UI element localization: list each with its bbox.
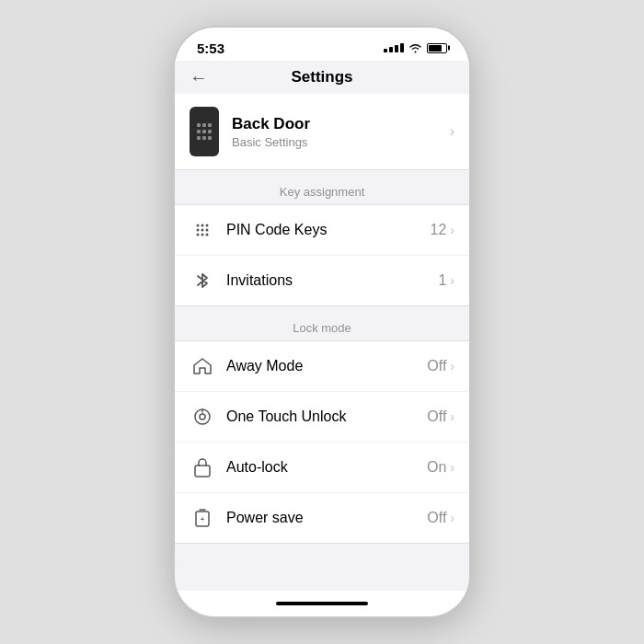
power-save-icon xyxy=(190,505,215,531)
screen: ← Settings Back Door Basic Settings › Ke… xyxy=(175,61,469,591)
device-image xyxy=(190,107,219,156)
autolock-value: On xyxy=(427,459,446,476)
key-assignment-header: Key assignment xyxy=(175,170,469,204)
status-time: 5:53 xyxy=(197,40,224,56)
one-touch-label: One Touch Unlock xyxy=(226,408,427,425)
list-item-invitations[interactable]: Invitations 1 › xyxy=(175,256,469,305)
svg-point-3 xyxy=(197,229,200,232)
svg-point-7 xyxy=(201,234,204,236)
page-title: Settings xyxy=(291,68,352,86)
invitations-value: 1 xyxy=(438,272,446,289)
invitations-chevron: › xyxy=(450,273,454,288)
device-name: Back Door xyxy=(232,115,450,133)
back-button[interactable]: ← xyxy=(190,67,208,88)
away-mode-icon xyxy=(190,353,215,379)
wifi-icon xyxy=(408,42,422,53)
svg-point-8 xyxy=(206,234,209,236)
device-chevron: › xyxy=(450,123,454,140)
svg-point-6 xyxy=(197,234,200,236)
list-item-autolock[interactable]: Auto-lock On › xyxy=(175,443,469,493)
invitations-label: Invitations xyxy=(226,272,438,289)
svg-point-1 xyxy=(201,224,204,227)
svg-point-10 xyxy=(200,414,205,420)
device-subtext: Basic Settings xyxy=(232,135,450,149)
svg-point-0 xyxy=(197,224,200,227)
svg-rect-11 xyxy=(195,466,210,477)
list-item-pin[interactable]: PIN Code Keys 12 › xyxy=(175,205,469,256)
powersave-chevron: › xyxy=(450,511,454,525)
autolock-chevron: › xyxy=(450,460,454,475)
svg-point-5 xyxy=(206,229,209,232)
home-bar xyxy=(276,602,368,605)
lock-mode-header: Lock mode xyxy=(175,306,469,340)
home-indicator xyxy=(175,591,469,616)
status-bar: 5:53 xyxy=(175,28,469,61)
pin-label: PIN Code Keys xyxy=(226,222,431,238)
one-touch-icon xyxy=(190,404,215,430)
svg-point-4 xyxy=(201,229,204,232)
powersave-value: Off xyxy=(427,510,446,526)
bluetooth-icon xyxy=(190,268,215,293)
autolock-label: Auto-lock xyxy=(226,459,427,476)
pin-value: 12 xyxy=(431,222,447,238)
autolock-icon xyxy=(190,454,215,480)
nav-bar: ← Settings xyxy=(175,61,469,94)
list-item-powersave[interactable]: Power save Off › xyxy=(175,493,469,543)
lock-mode-group: Away Mode Off › One Touch Unlock Off › xyxy=(175,340,469,544)
pin-icon xyxy=(190,217,215,243)
phone-frame: 5:53 ← Sett xyxy=(175,28,469,616)
device-card[interactable]: Back Door Basic Settings › xyxy=(175,94,469,170)
powersave-label: Power save xyxy=(226,510,427,526)
one-touch-chevron: › xyxy=(450,409,454,424)
list-item-away-mode[interactable]: Away Mode Off › xyxy=(175,341,469,392)
one-touch-value: Off xyxy=(427,408,446,425)
away-mode-value: Off xyxy=(427,358,446,374)
battery-icon xyxy=(427,43,447,53)
pin-chevron: › xyxy=(450,223,454,237)
svg-point-2 xyxy=(206,224,209,227)
away-mode-chevron: › xyxy=(450,359,454,374)
status-icons xyxy=(384,42,447,53)
list-item-one-touch[interactable]: One Touch Unlock Off › xyxy=(175,392,469,443)
key-assignment-group: PIN Code Keys 12 › Invitations 1 › xyxy=(175,204,469,306)
signal-icon xyxy=(384,43,404,52)
away-mode-label: Away Mode xyxy=(226,358,427,374)
device-info: Back Door Basic Settings xyxy=(232,115,450,149)
